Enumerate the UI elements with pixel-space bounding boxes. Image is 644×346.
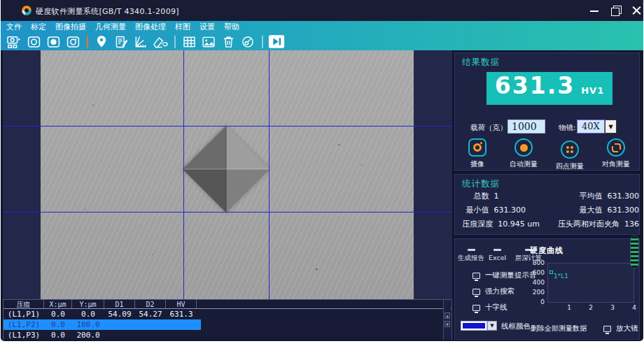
restore-button[interactable] bbox=[606, 0, 626, 21]
measure-line-horizontal-bottom[interactable] bbox=[3, 212, 452, 212]
cell: 54.27 bbox=[135, 309, 166, 319]
camera-button[interactable]: 摄像 bbox=[455, 138, 500, 169]
table-row[interactable]: (L1,P1) 0.0 0.0 54.09 54.27 631.3 bbox=[4, 309, 451, 319]
menu-bar: 文件 标定 图像拍摄 几何测量 图像处理 样图 设置 帮助 bbox=[1, 21, 643, 33]
four-point-label: 四点测量 bbox=[547, 161, 592, 171]
table-row[interactable]: (L1,P3) 0.0 200.0 bbox=[4, 330, 451, 340]
camera-lens-filled-icon[interactable] bbox=[45, 34, 62, 50]
trash-icon[interactable] bbox=[220, 34, 237, 50]
app-logo-icon bbox=[22, 6, 31, 15]
step-forward-icon[interactable] bbox=[268, 34, 285, 50]
objective-dropdown-arrow-icon[interactable]: ▼ bbox=[605, 120, 617, 134]
x-tick: 2 bbox=[587, 304, 595, 311]
minimize-button[interactable] bbox=[584, 0, 605, 21]
ruler-icon[interactable] bbox=[132, 34, 149, 50]
scroll-up-icon[interactable]: ▲ bbox=[444, 312, 450, 319]
x-tick: 4 bbox=[630, 304, 638, 311]
camera-lens-live-icon[interactable] bbox=[64, 34, 81, 50]
objective-select[interactable]: 40X bbox=[577, 120, 605, 134]
chart-data-point bbox=[550, 271, 553, 274]
record-circle-icon[interactable] bbox=[239, 34, 256, 50]
auto-measure-button[interactable]: 自动测量 bbox=[501, 138, 546, 169]
line-color-arrow-icon[interactable]: ▼ bbox=[487, 321, 497, 331]
auto-measure-label: 自动测量 bbox=[501, 159, 546, 169]
toolbar bbox=[1, 33, 643, 50]
col-d2: D2 bbox=[135, 300, 166, 308]
menu-image-processing[interactable]: 图像处理 bbox=[135, 22, 166, 32]
toolbar-separator bbox=[174, 36, 176, 48]
four-point-measure-button[interactable]: 四点测量 bbox=[547, 138, 592, 171]
panel-scrollbar-thumb[interactable] bbox=[630, 236, 639, 268]
cell: 0.0 bbox=[44, 319, 72, 330]
magnifier-toggle[interactable]: 放大镜 bbox=[603, 324, 638, 333]
x-tick: 3 bbox=[608, 304, 617, 311]
excel-export-button[interactable]: Excel bbox=[489, 249, 506, 261]
screen-capture-icon[interactable] bbox=[6, 34, 22, 50]
camera-lens-glyph-icon bbox=[468, 138, 486, 157]
menu-help[interactable]: 帮助 bbox=[224, 22, 239, 32]
menu-file[interactable]: 文件 bbox=[6, 22, 22, 32]
objective-label: 物镜: bbox=[559, 123, 576, 133]
menu-settings[interactable]: 设置 bbox=[200, 22, 215, 32]
stat-label: 压头两相对面夹角 bbox=[550, 219, 620, 229]
measure-line-vertical-right[interactable] bbox=[269, 50, 270, 299]
stat-value: 10.945 um bbox=[498, 219, 549, 229]
generate-report-button[interactable]: 生成报告 bbox=[458, 249, 484, 263]
menu-sample[interactable]: 样图 bbox=[175, 22, 190, 32]
diagonal-measure-button[interactable]: 对角测量 bbox=[594, 138, 638, 169]
col-x: X:μm bbox=[44, 300, 72, 308]
image-icon[interactable] bbox=[200, 34, 217, 50]
crosshair-toggle-label: 十字线 bbox=[485, 303, 507, 312]
monitor-icon bbox=[472, 289, 480, 295]
menu-calibration[interactable]: 标定 bbox=[31, 22, 46, 32]
table-scrollbar[interactable]: ▲ ▼ bbox=[443, 300, 451, 340]
camera-button-label: 摄像 bbox=[455, 159, 500, 169]
window-title: 硬度软件测量系统[GB/T 4340.1-2009] bbox=[36, 6, 179, 17]
stat-value: 631.300 bbox=[608, 206, 640, 215]
location-pin-icon[interactable] bbox=[93, 34, 110, 50]
toolbar-separator bbox=[262, 36, 263, 48]
chart-point-label: 1*L1 bbox=[554, 273, 568, 280]
hardness-unit: HV1 bbox=[581, 85, 604, 96]
load-input[interactable] bbox=[507, 120, 545, 134]
cell: 54.09 bbox=[104, 309, 135, 319]
microscope-image[interactable] bbox=[41, 50, 414, 299]
indentation-diamond bbox=[183, 126, 270, 212]
cell: 0.0 bbox=[44, 309, 72, 319]
grid-table-icon[interactable] bbox=[181, 34, 197, 50]
app-window: 硬度软件测量系统[GB/T 4340.1-2009] 文件 标定 图像拍摄 几何… bbox=[1, 0, 643, 341]
edit-note-icon[interactable] bbox=[113, 34, 130, 50]
toolbar-separator bbox=[87, 36, 88, 48]
camera-lens-outline-icon[interactable] bbox=[25, 34, 42, 50]
table-row-selected[interactable]: (L1,P2) 0.0 100.0 bbox=[4, 319, 201, 330]
scroll-down-icon[interactable]: ▼ bbox=[444, 321, 450, 327]
menu-toolbar-band: 文件 标定 图像拍摄 几何测量 图像处理 样图 设置 帮助 bbox=[1, 21, 643, 50]
line-color-dropdown[interactable] bbox=[461, 321, 487, 331]
statistics-heading: 统计数据 bbox=[462, 178, 500, 190]
x-tick: 1 bbox=[565, 304, 573, 311]
menu-image-capture[interactable]: 图像拍摄 bbox=[55, 22, 86, 32]
stat-value: 631.300 bbox=[493, 206, 539, 215]
delete-all-data-button[interactable]: 删除全部测量数据 bbox=[531, 324, 587, 333]
measurement-table: 压痕 X:μm Y:μm D1 D2 HV (L1,P1) 0.0 0.0 54… bbox=[3, 299, 452, 340]
statistics-panel: 统计数据 总数 1 平均值 631.300 最小值 631.300 最大值 63… bbox=[454, 174, 640, 235]
stat-label: 总数 bbox=[455, 191, 489, 201]
stat-label: 最小值 bbox=[455, 205, 489, 215]
col-y: Y:μm bbox=[72, 300, 104, 308]
eraser-lasso-icon[interactable] bbox=[152, 34, 169, 50]
cell: (L1,P3) bbox=[4, 330, 44, 340]
measure-line-horizontal-top[interactable] bbox=[3, 126, 452, 127]
monitor-icon bbox=[603, 326, 611, 332]
measure-line-vertical-left[interactable] bbox=[183, 50, 184, 299]
col-d1: D1 bbox=[104, 300, 135, 308]
menu-geometry-measure[interactable]: 几何测量 bbox=[95, 22, 126, 32]
cell: 100.0 bbox=[72, 319, 104, 330]
power-search-toggle[interactable]: 强力搜索 bbox=[472, 287, 514, 296]
table-header-row: 压痕 X:μm Y:μm D1 D2 HV bbox=[4, 300, 451, 309]
y-tick: 400 bbox=[526, 279, 545, 286]
chart-title: 硬度曲线 bbox=[530, 245, 564, 256]
close-button[interactable] bbox=[626, 0, 643, 21]
stat-label: 最大值 bbox=[540, 205, 603, 215]
crosshair-toggle[interactable]: 十字线 bbox=[472, 303, 507, 312]
hardness-chart-plot: 1*L1 bbox=[547, 263, 634, 303]
